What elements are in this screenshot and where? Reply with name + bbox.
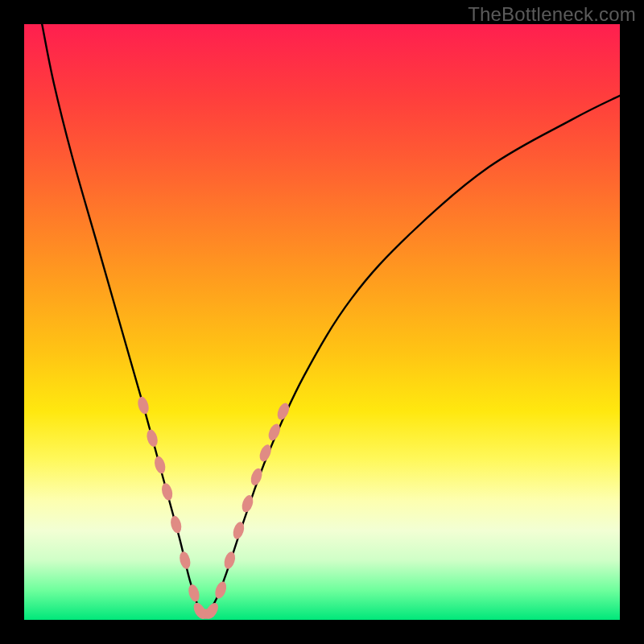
curve-marker — [178, 551, 192, 570]
curve-marker — [145, 428, 159, 448]
curve-marker — [169, 514, 184, 534]
curve-marker — [136, 395, 151, 415]
curve-marker — [160, 482, 175, 502]
curve-marker — [213, 580, 229, 601]
curve-marker — [222, 551, 237, 571]
curve-markers — [136, 395, 291, 620]
curve-layer — [24, 24, 620, 620]
chart-frame: TheBottleneck.com — [0, 0, 644, 644]
watermark-text: TheBottleneck.com — [468, 3, 636, 26]
bottleneck-curve — [42, 24, 620, 615]
plot-area — [24, 24, 620, 620]
curve-marker — [187, 583, 201, 603]
curve-marker — [153, 455, 167, 475]
